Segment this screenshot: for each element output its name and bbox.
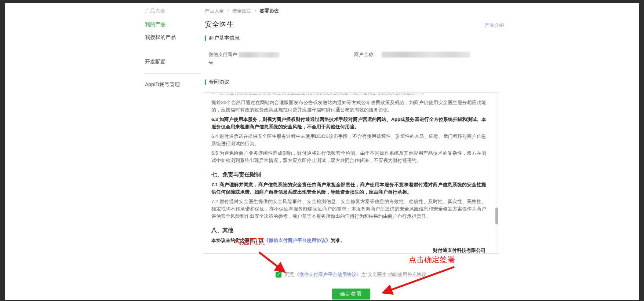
sidebar-item-dev-config[interactable]: 开发配置	[145, 59, 165, 65]
sidebar-item-product-catalog[interactable]: 产品大全	[145, 8, 165, 14]
section-marker	[205, 80, 206, 85]
consent-row: ✓ 同意《微信支付商户平台使用协议》之“安全医生”功能使用补充协议	[203, 271, 499, 278]
consent-checkbox[interactable]: ✓	[276, 272, 281, 278]
breadcrumb-separator: /	[228, 8, 229, 14]
page-title: 安全医生	[205, 19, 234, 29]
sidebar-item-appid-management[interactable]: AppID账号管理	[145, 81, 180, 88]
annotation-click-sign-hint: 点击确定签署	[409, 254, 455, 265]
scrollbar-thumb[interactable]	[495, 208, 498, 224]
breadcrumb: 产品大全 / 安全医生 / 签署协议	[205, 8, 279, 14]
screenshot-frame: 产品大全 我的产品 我授权的产品 开发配置 AppID账号管理 产品大全 / 安…	[0, 0, 644, 301]
agreement-clipped-line: 6.2 财付通有权根据业务需要调整安全医生服务的收费政策及规范，财付通调整收费政…	[211, 93, 486, 97]
platform-agreement-link[interactable]: 《微信支付商户平台使用协议》	[294, 272, 361, 277]
agreement-heading-8: 八、其他	[211, 227, 486, 234]
sidebar-divider	[144, 73, 201, 74]
consent-suffix: 之“安全医生”功能使用补充协议	[361, 272, 426, 277]
agreement-paragraph: 6.4 财付通承诺在提供安全医生服务过程中未使用DDOS攻击手段，不含有使用破坏…	[211, 133, 486, 147]
consent-text: 同意《微信支付商户平台使用协议》之“安全医生”功能使用补充协议	[285, 271, 426, 278]
breadcrumb-security-doctor[interactable]: 安全医生	[232, 8, 251, 14]
breadcrumb-separator: /	[255, 8, 256, 14]
merchant-platform-page: 产品大全 我的产品 我授权的产品 开发配置 AppID账号管理 产品大全 / 安…	[5, 3, 639, 300]
annotation-check-agree-hint: 勾选同意	[234, 236, 265, 247]
scrollbar-track	[495, 93, 498, 253]
section-contract: 合同协议	[205, 79, 229, 85]
agreement-paragraph: 7.2 财付通对安全医生提供的安全风险事件、安全检测信息、安全修复方案等信息的有…	[211, 198, 486, 220]
merchant-id-redacted-value	[239, 52, 280, 58]
agreement-paragraph: 提前30个自然日通过在网站内合适版面发布公告或发送站内通知等方式公布收费政策及规…	[211, 99, 486, 114]
sidebar-item-my-products[interactable]: 我的产品	[145, 21, 165, 28]
button-row: 确定签署	[203, 289, 499, 300]
product-intro-link[interactable]: 产品介绍	[485, 22, 504, 29]
agreement-scroll-area[interactable]: 6.2 财付通有权根据业务需要调整安全医生服务的收费政策及规范，财付通调整收费政…	[203, 92, 499, 254]
breadcrumb-sign-agreement: 签署协议	[260, 8, 279, 14]
agreement-paragraph: 6.5 为避免给商户业务连续性造成影响，财付通将进行低频安全检测。由于不同操作系…	[211, 150, 486, 164]
agreement-paragraph: 6.3 如商户使用本服务，则视为商户授权财付通通过网络技术手段对商户营运的网站、…	[211, 116, 486, 131]
section-marker	[205, 36, 206, 41]
section-title: 合同协议	[209, 79, 229, 85]
agreement-heading-7: 七、免责与责任限制	[211, 171, 486, 178]
section-title: 商户基本信息	[209, 35, 240, 41]
consent-prefix: 同意	[285, 272, 294, 277]
merchant-fullname-redacted-value	[382, 52, 470, 58]
sidebar-divider	[144, 49, 201, 49]
merchant-id-label: 微信支付商户号	[208, 51, 239, 67]
agreement-paragraph: 7.1 商户理解并同意，商户信息系统的安全责任由商户承担全部责任，商户使用本服务…	[211, 181, 486, 196]
merchant-fullname-label: 商户全称	[354, 51, 373, 59]
platform-agreement-link[interactable]: 《微信支付商户平台使用协议》	[264, 238, 331, 243]
confirm-sign-button[interactable]: 确定签署	[332, 289, 370, 300]
sidebar-item-authorized-products[interactable]: 我授权的产品	[145, 34, 176, 41]
breadcrumb-product-catalog[interactable]: 产品大全	[205, 8, 224, 14]
section-merchant-info: 商户基本信息	[205, 35, 240, 41]
company-signature: 财付通支付科技有限公司	[211, 247, 486, 254]
final-line-text: 为准。	[331, 238, 345, 243]
